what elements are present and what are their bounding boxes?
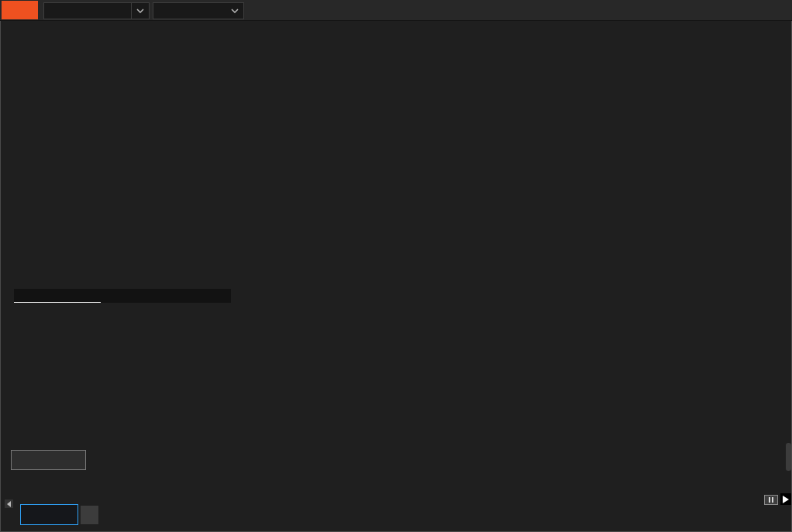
cobra-button-strip [14,289,231,303]
underline [14,302,101,303]
chart-canvas[interactable] [0,0,792,532]
analysis-button[interactable] [11,450,86,470]
chart-window [0,0,792,532]
